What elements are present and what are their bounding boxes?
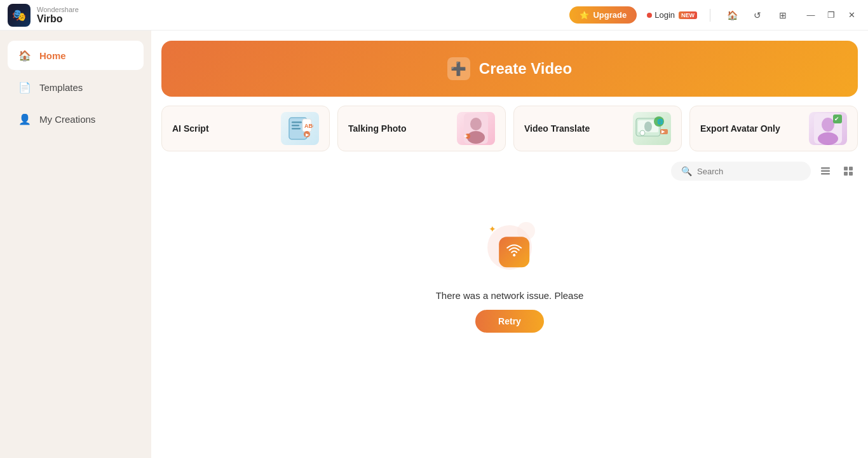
svg-rect-2 — [292, 125, 299, 127]
error-message: There was a network issue. Please — [436, 290, 584, 301]
ai-script-card[interactable]: AI Script ABC ▶ — [161, 106, 330, 151]
svg-rect-31 — [849, 167, 853, 170]
create-video-banner[interactable]: ➕ Create Video — [161, 41, 858, 97]
talking-photo-label: Talking Photo — [348, 123, 407, 134]
create-video-icon: ➕ — [447, 57, 470, 80]
sparkle-icon: ✦ — [489, 224, 496, 234]
ai-script-thumb-img: ABC ▶ — [281, 112, 319, 145]
svg-rect-27 — [821, 167, 830, 169]
svg-point-16 — [640, 130, 645, 135]
minimize-button[interactable]: — — [802, 6, 820, 24]
svg-rect-29 — [821, 173, 830, 175]
view-toggle — [816, 162, 858, 181]
window-controls: — ❐ ✕ — [802, 6, 860, 24]
svg-rect-3 — [292, 128, 301, 130]
titlebar-separator — [710, 9, 710, 22]
upgrade-button[interactable]: ⭐ Upgrade — [569, 6, 637, 24]
search-input[interactable] — [697, 167, 801, 176]
svg-rect-32 — [844, 172, 848, 176]
sidebar: 🏠 Home 📄 Templates 👤 My Creations — [0, 31, 151, 458]
search-icon: 🔍 — [681, 166, 692, 176]
svg-rect-30 — [844, 167, 848, 170]
export-avatar-card[interactable]: Export Avatar Only ✔ — [689, 106, 858, 151]
talking-photo-card[interactable]: Talking Photo — [337, 106, 506, 151]
svg-rect-1 — [292, 121, 302, 123]
list-view-icon — [820, 166, 831, 176]
video-translate-thumbnail: 🌐 ▶ — [633, 112, 671, 145]
login-dot-icon — [647, 13, 652, 18]
titlebar-icons: 🏠 ↺ ⊞ — [723, 6, 792, 24]
svg-text:🌐: 🌐 — [657, 118, 663, 125]
export-avatar-label: Export Avatar Only — [700, 123, 780, 134]
login-button[interactable]: Login NEW — [642, 6, 702, 24]
export-avatar-thumbnail: ✔ — [809, 112, 847, 145]
titlebar-left: 🎭 Wondershare Virbo — [8, 4, 79, 27]
my-creations-sidebar-icon: 👤 — [18, 112, 32, 126]
search-box[interactable]: 🔍 — [671, 162, 811, 181]
svg-point-9 — [470, 118, 482, 130]
sidebar-item-home-label: Home — [39, 50, 66, 61]
video-translate-svg: 🌐 ▶ — [635, 115, 669, 142]
product-name: Virbo — [37, 13, 79, 25]
svg-point-34 — [513, 254, 515, 256]
export-avatar-thumb-img: ✔ — [809, 112, 847, 145]
svg-text:ABC: ABC — [304, 123, 313, 129]
talking-photo-thumb-img — [457, 112, 495, 145]
error-illustration: ✦ — [481, 219, 538, 276]
upgrade-star-icon: ⭐ — [580, 11, 589, 20]
sidebar-item-my-creations[interactable]: 👤 My Creations — [8, 104, 144, 134]
main-content: ➕ Create Video AI Script ABC ▶ — [151, 31, 868, 458]
export-avatar-svg: ✔ — [813, 112, 843, 145]
close-button[interactable]: ✕ — [843, 6, 860, 24]
brand-name: Wondershare — [37, 6, 79, 13]
app-name: Wondershare Virbo — [37, 6, 79, 25]
video-translate-label: Video Translate — [524, 123, 590, 134]
ai-script-thumbnail: ABC ▶ — [281, 112, 319, 145]
app-logo: 🎭 — [8, 4, 31, 27]
ai-script-svg: ABC ▶ — [287, 115, 313, 142]
grid-view-button[interactable] — [839, 162, 858, 181]
create-video-label: Create Video — [479, 60, 572, 78]
svg-point-23 — [822, 118, 834, 132]
grid-view-icon[interactable]: ⊞ — [774, 6, 792, 24]
create-video-plus-icon: ➕ — [451, 61, 466, 76]
app-logo-emoji: 🎭 — [12, 8, 26, 22]
login-label: Login — [654, 10, 675, 20]
refresh-icon[interactable]: ↺ — [749, 6, 766, 24]
sidebar-item-home[interactable]: 🏠 Home — [8, 41, 144, 70]
restore-button[interactable]: ❐ — [822, 6, 840, 24]
sidebar-item-templates[interactable]: 📄 Templates — [8, 73, 144, 102]
list-view-button[interactable] — [816, 162, 835, 181]
new-badge: NEW — [679, 11, 697, 19]
sidebar-item-my-creations-label: My Creations — [39, 114, 95, 125]
wifi-icon — [506, 243, 522, 261]
talking-photo-svg — [463, 112, 489, 145]
svg-point-24 — [818, 132, 838, 145]
home-sidebar-icon: 🏠 — [18, 48, 32, 62]
error-area: ✦ There was a network issue. Please Retr… — [151, 181, 868, 371]
home-icon[interactable]: 🏠 — [723, 6, 741, 24]
grid-view-icon — [843, 166, 853, 176]
action-cards: AI Script ABC ▶ Talkin — [161, 106, 858, 151]
video-translate-card[interactable]: Video Translate 🌐 ▶ — [513, 106, 682, 151]
templates-sidebar-icon: 📄 — [18, 80, 32, 94]
retry-button[interactable]: Retry — [475, 310, 544, 333]
svg-text:✔: ✔ — [834, 116, 839, 122]
ai-script-label: AI Script — [172, 123, 209, 134]
titlebar: 🎭 Wondershare Virbo ⭐ Upgrade Login NEW … — [0, 0, 868, 31]
wifi-svg — [506, 243, 522, 257]
search-area: 🔍 — [161, 162, 858, 181]
svg-point-17 — [644, 121, 652, 132]
svg-rect-33 — [849, 172, 853, 176]
upgrade-label: Upgrade — [593, 10, 627, 20]
talking-photo-thumbnail — [457, 112, 495, 145]
wifi-icon-wrap — [499, 237, 529, 267]
sidebar-item-templates-label: Templates — [39, 82, 83, 93]
titlebar-right: ⭐ Upgrade Login NEW 🏠 ↺ ⊞ — ❐ ✕ — [569, 6, 860, 24]
svg-rect-28 — [821, 170, 830, 172]
video-translate-thumb-img: 🌐 ▶ — [633, 112, 671, 145]
